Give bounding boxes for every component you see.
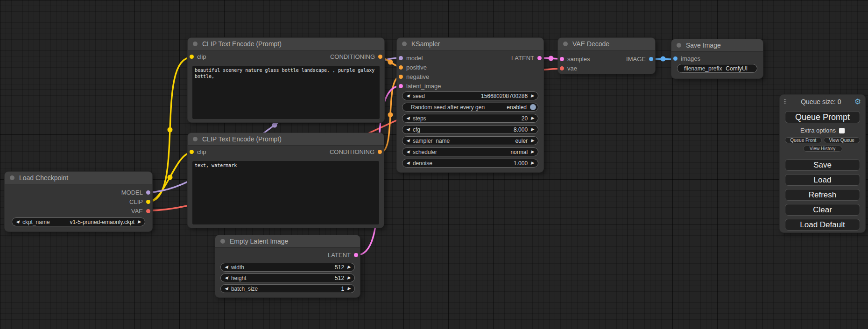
drag-handle-icon[interactable] <box>784 99 788 105</box>
filename-prefix-widget[interactable]: filename_prefix ComfyUI <box>677 64 757 73</box>
node-graph-canvas[interactable]: Load Checkpoint MODEL CLIP VAE ◀ckpt_nam… <box>0 0 868 329</box>
random-seed-widget[interactable]: Random seed after every gen enabled <box>402 103 538 112</box>
step-left-icon[interactable]: ◀ <box>406 94 409 98</box>
step-right-icon[interactable]: ▶ <box>531 150 534 154</box>
output-slot-model[interactable]: MODEL <box>121 189 150 196</box>
collapse-dot-icon[interactable] <box>677 43 681 48</box>
node-title-bar[interactable]: VAE Decode <box>558 38 655 50</box>
input-slot-images[interactable]: images <box>673 55 700 62</box>
step-left-icon[interactable]: ◀ <box>225 287 228 291</box>
input-slot-dot[interactable] <box>560 66 564 70</box>
output-slot-dot[interactable] <box>649 57 653 61</box>
width-widget[interactable]: ◀width 512▶ <box>220 263 355 272</box>
step-right-icon[interactable]: ▶ <box>531 161 534 165</box>
widget-value[interactable]: 512 <box>335 264 344 271</box>
collapse-dot-icon[interactable] <box>10 175 14 180</box>
output-slot-image[interactable]: IMAGE <box>626 56 653 63</box>
step-left-icon[interactable]: ◀ <box>16 220 19 224</box>
input-slot-negative[interactable]: negative <box>399 73 429 80</box>
widget-value[interactable]: normal <box>510 149 528 155</box>
output-slot-dot[interactable] <box>378 55 382 59</box>
step-left-icon[interactable]: ◀ <box>406 139 409 143</box>
node-empty-latent-image[interactable]: Empty Latent Image LATENT ◀width 512▶ ◀h… <box>215 235 360 297</box>
node-ksampler[interactable]: KSampler model LATENT positive negative … <box>397 38 543 172</box>
output-slot-latent[interactable]: LATENT <box>328 252 358 259</box>
prompt-textarea[interactable]: text, watermark <box>192 161 379 224</box>
queue-front-button[interactable]: Queue Front <box>785 137 822 143</box>
widget-value[interactable]: 8.000 <box>514 126 528 133</box>
step-right-icon[interactable]: ▶ <box>347 276 351 280</box>
collapse-dot-icon[interactable] <box>402 42 407 46</box>
input-slot-dot[interactable] <box>399 75 403 79</box>
ckpt-name-widget[interactable]: ◀ckpt_name v1-5-pruned-emaonly.ckpt▶ <box>12 217 145 226</box>
input-slot-samples[interactable]: samples <box>560 56 590 63</box>
view-queue-button[interactable]: View Queue <box>824 137 861 143</box>
extra-options-checkbox[interactable] <box>839 128 845 133</box>
view-history-button[interactable]: View History <box>803 146 842 152</box>
node-title-bar[interactable]: Load Checkpoint <box>5 172 152 184</box>
output-slot-dot[interactable] <box>378 150 382 154</box>
widget-value[interactable]: v1-5-pruned-emaonly.ckpt <box>70 219 135 225</box>
refresh-button[interactable]: Refresh <box>785 189 860 201</box>
step-left-icon[interactable]: ◀ <box>406 150 409 154</box>
height-widget[interactable]: ◀height 512▶ <box>220 273 355 282</box>
clear-button[interactable]: Clear <box>785 204 860 216</box>
step-left-icon[interactable]: ◀ <box>225 265 228 269</box>
step-left-icon[interactable]: ◀ <box>225 276 228 280</box>
input-slot-dot[interactable] <box>560 57 564 61</box>
input-slot-dot[interactable] <box>190 55 194 59</box>
input-slot-dot[interactable] <box>399 84 403 88</box>
output-slot-vae[interactable]: VAE <box>131 208 150 215</box>
step-right-icon[interactable]: ▶ <box>531 127 534 132</box>
load-button[interactable]: Load <box>785 174 860 186</box>
node-save-image[interactable]: Save Image images filename_prefix ComfyU… <box>671 39 763 78</box>
node-title-bar[interactable]: Empty Latent Image <box>215 235 360 248</box>
input-slot-model[interactable]: model <box>399 55 423 62</box>
prompt-textarea[interactable]: beautiful scenery nature glass bottle la… <box>192 66 380 119</box>
queue-prompt-button[interactable]: Queue Prompt <box>785 111 860 123</box>
step-right-icon[interactable]: ▶ <box>138 220 141 224</box>
widget-value[interactable]: euler <box>515 138 528 144</box>
steps-widget[interactable]: ◀steps 20▶ <box>402 114 538 123</box>
output-slot-latent[interactable]: LATENT <box>511 55 542 62</box>
node-title-bar[interactable]: CLIP Text Encode (Prompt) <box>188 133 384 146</box>
cfg-widget[interactable]: ◀cfg 8.000▶ <box>402 125 538 134</box>
input-slot-latent-image[interactable]: latent_image <box>399 83 441 90</box>
output-slot-dot[interactable] <box>146 190 150 195</box>
settings-gear-icon[interactable]: ⚙ <box>854 98 861 105</box>
step-right-icon[interactable]: ▶ <box>531 94 534 98</box>
widget-value[interactable]: 512 <box>335 275 344 281</box>
scheduler-widget[interactable]: ◀scheduler normal▶ <box>402 147 538 156</box>
widget-value[interactable]: 20 <box>522 115 528 122</box>
collapse-dot-icon[interactable] <box>193 137 198 141</box>
widget-value[interactable]: 1.000 <box>514 160 528 167</box>
output-slot-conditioning[interactable]: CONDITIONING <box>330 148 382 155</box>
input-slot-vae[interactable]: vae <box>560 65 577 72</box>
batch-size-widget[interactable]: ◀batch_size 1▶ <box>220 284 355 293</box>
widget-value[interactable]: 1 <box>341 286 344 292</box>
output-slot-clip[interactable]: CLIP <box>129 198 150 205</box>
widget-value[interactable]: enabled <box>507 104 527 111</box>
toggle-icon[interactable] <box>530 104 536 110</box>
input-slot-dot[interactable] <box>673 56 677 61</box>
output-slot-dot[interactable] <box>146 200 150 204</box>
node-title-bar[interactable]: KSampler <box>397 38 543 50</box>
output-slot-conditioning[interactable]: CONDITIONING <box>330 53 382 60</box>
output-slot-dot[interactable] <box>537 56 542 60</box>
widget-value[interactable]: ComfyUI <box>726 65 748 72</box>
node-clip-text-encode-negative[interactable]: CLIP Text Encode (Prompt) clip CONDITION… <box>188 133 384 228</box>
node-clip-text-encode-positive[interactable]: CLIP Text Encode (Prompt) clip CONDITION… <box>188 38 384 122</box>
node-vae-decode[interactable]: VAE Decode samples IMAGE vae <box>558 38 655 74</box>
node-load-checkpoint[interactable]: Load Checkpoint MODEL CLIP VAE ◀ckpt_nam… <box>5 172 152 231</box>
input-slot-dot[interactable] <box>190 150 194 154</box>
output-slot-dot[interactable] <box>354 253 358 257</box>
sampler-name-widget[interactable]: ◀sampler_name euler▶ <box>402 136 538 145</box>
input-slot-positive[interactable]: positive <box>399 64 427 71</box>
load-default-button[interactable]: Load Default <box>785 219 860 231</box>
step-left-icon[interactable]: ◀ <box>406 127 409 132</box>
step-left-icon[interactable]: ◀ <box>406 116 409 120</box>
input-slot-dot[interactable] <box>399 56 403 60</box>
save-button[interactable]: Save <box>785 159 860 171</box>
input-slot-clip[interactable]: clip <box>190 53 206 60</box>
node-title-bar[interactable]: CLIP Text Encode (Prompt) <box>188 38 384 50</box>
